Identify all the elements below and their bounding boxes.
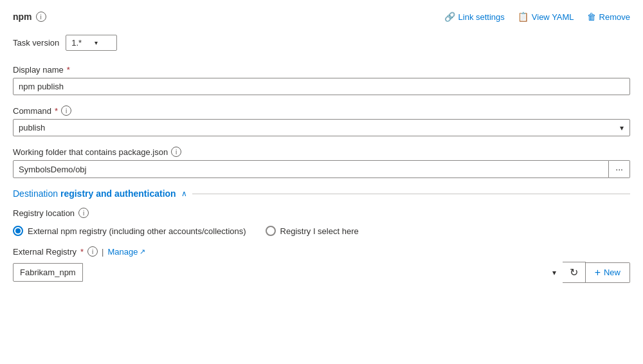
working-folder-input[interactable] (13, 160, 609, 178)
registry-dropdown-wrapper: Fabrikam_npm ▾ (13, 263, 563, 282)
top-bar: npm i 🔗 Link settings 📋 View YAML 🗑 Remo… (13, 12, 630, 22)
radio-select-here-circle (266, 226, 276, 236)
section-collapse-icon[interactable]: ∧ (181, 189, 187, 198)
top-left: npm i (13, 12, 46, 22)
display-name-label: Display name * (13, 65, 630, 75)
section-header: Destination registry and authentication … (13, 188, 630, 199)
radio-external-label: External npm registry (including other a… (28, 226, 246, 236)
section-divider-line (192, 194, 630, 194)
task-version-value: 1.* (71, 38, 82, 48)
working-folder-info-icon[interactable]: i (171, 147, 181, 157)
view-yaml-button[interactable]: 📋 View YAML (518, 12, 574, 22)
registry-location-info-icon[interactable]: i (78, 208, 89, 218)
working-folder-input-group: ··· (13, 160, 630, 178)
display-name-group: Display name * (13, 65, 630, 95)
page-title: npm (13, 12, 32, 22)
link-settings-label: Link settings (458, 12, 505, 22)
manage-external-icon: ↗ (140, 248, 145, 256)
registry-chevron-icon: ▾ (552, 268, 556, 277)
working-folder-label: Working folder that contains package.jso… (13, 147, 630, 157)
registry-location-label: Registry location (13, 208, 75, 218)
external-registry-required: * (80, 247, 84, 257)
top-actions: 🔗 Link settings 📋 View YAML 🗑 Remove (444, 12, 630, 22)
registry-refresh-button[interactable]: ↻ (563, 262, 586, 283)
command-dropdown-wrapper: publish ▾ (13, 119, 630, 136)
external-registry-info-icon[interactable]: i (87, 246, 98, 257)
external-registry-row: External Registry * i | Manage ↗ (13, 246, 630, 257)
command-info-icon[interactable]: i (61, 105, 71, 116)
remove-label: Remove (599, 12, 630, 22)
registry-location-row: Registry location i (13, 208, 630, 218)
new-button-label: New (604, 268, 620, 277)
radio-select-here-label: Registry I select here (280, 226, 359, 236)
manage-label: Manage (107, 247, 138, 257)
view-yaml-label: View YAML (532, 12, 574, 22)
npm-info-icon[interactable]: i (36, 12, 46, 22)
registry-select-row: Fabrikam_npm ▾ ↻ + New (13, 262, 630, 283)
task-version-label: Task version (13, 38, 59, 48)
command-label: Command * i (13, 105, 630, 116)
task-version-row: Task version 1.* ▾ (13, 35, 630, 51)
display-name-input[interactable] (13, 78, 630, 95)
command-select[interactable]: publish (13, 119, 630, 136)
remove-button[interactable]: 🗑 Remove (587, 12, 630, 22)
radio-external-npm[interactable]: External npm registry (including other a… (13, 226, 246, 236)
link-settings-button[interactable]: 🔗 Link settings (444, 12, 505, 22)
link-settings-icon: 🔗 (444, 12, 455, 22)
registry-new-button[interactable]: + New (586, 262, 630, 283)
working-folder-ellipsis-button[interactable]: ··· (609, 160, 630, 178)
pipe-divider: | (102, 247, 104, 257)
external-registry-label: External Registry (13, 247, 77, 257)
section-title: Destination registry and authentication (13, 188, 176, 199)
plus-icon: + (595, 267, 601, 278)
view-yaml-icon: 📋 (518, 12, 529, 22)
radio-group: External npm registry (including other a… (13, 226, 630, 236)
remove-icon: 🗑 (587, 12, 596, 22)
radio-select-here[interactable]: Registry I select here (266, 226, 359, 236)
task-version-select[interactable]: 1.* ▾ (66, 35, 117, 51)
radio-external-circle (13, 226, 23, 236)
refresh-icon: ↻ (570, 266, 578, 278)
registry-dropdown[interactable]: Fabrikam_npm (13, 263, 83, 282)
task-version-chevron-icon: ▾ (95, 39, 98, 46)
display-name-required: * (67, 65, 70, 75)
working-folder-group: Working folder that contains package.jso… (13, 147, 630, 178)
command-required: * (55, 106, 58, 116)
manage-link[interactable]: Manage ↗ (107, 247, 145, 257)
command-group: Command * i publish ▾ (13, 105, 630, 136)
